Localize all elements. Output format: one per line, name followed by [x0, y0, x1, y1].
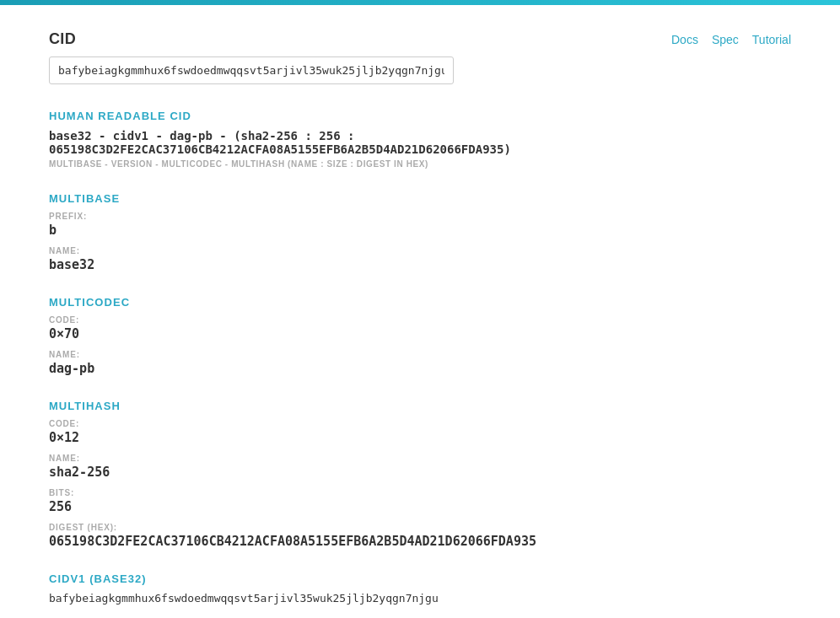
human-readable-section: HUMAN READABLE CID base32 - cidv1 - dag-… — [49, 110, 791, 169]
cid-title: CID — [49, 30, 76, 48]
human-readable-line: base32 - cidv1 - dag-pb - (sha2-256 : 25… — [49, 129, 791, 156]
docs-link[interactable]: Docs — [671, 33, 698, 46]
multibase-heading: MULTIBASE — [49, 192, 791, 205]
multihash-heading: MULTIHASH — [49, 400, 791, 412]
multihash-name-label: NAME: — [49, 454, 791, 463]
spec-link[interactable]: Spec — [712, 33, 739, 46]
multicodec-name-field: NAME: dag-pb — [49, 350, 791, 376]
tutorial-link[interactable]: Tutorial — [752, 33, 791, 46]
multicodec-code-field: CODE: 0×70 — [49, 315, 791, 341]
multicodec-section: MULTICODEC CODE: 0×70 NAME: dag-pb — [49, 296, 791, 376]
cidv1-heading: CIDV1 (BASE32) — [49, 572, 791, 585]
cidv1-value: bafybeiagkgmmhux6fswdoedmwqqsvt5arjivl35… — [49, 592, 791, 605]
multihash-digest-value: 065198C3D2FE2CAC37106CB4212ACFA08A5155EF… — [49, 534, 791, 549]
multihash-digest-label: DIGEST (HEX): — [49, 523, 791, 532]
multicodec-heading: MULTICODEC — [49, 296, 791, 309]
multihash-digest-field: DIGEST (HEX): 065198C3D2FE2CAC37106CB421… — [49, 523, 791, 549]
multicodec-name-value: dag-pb — [49, 361, 791, 376]
multibase-prefix-value: b — [49, 223, 791, 238]
multicodec-name-label: NAME: — [49, 350, 791, 359]
multihash-code-field: CODE: 0×12 — [49, 419, 791, 445]
cidv1-section: CIDV1 (BASE32) bafybeiagkgmmhux6fswdoedm… — [49, 572, 791, 605]
main-container: CID Docs Spec Tutorial HUMAN READABLE CI… — [15, 5, 825, 618]
multihash-name-field: NAME: sha2-256 — [49, 454, 791, 480]
multihash-bits-label: BITS: — [49, 488, 791, 497]
human-readable-sub: MULTIBASE - VERSION - MULTICODEC - MULTI… — [49, 159, 791, 169]
cid-header: CID Docs Spec Tutorial — [49, 30, 791, 48]
human-readable-heading: HUMAN READABLE CID — [49, 110, 791, 122]
multihash-section: MULTIHASH CODE: 0×12 NAME: sha2-256 BITS… — [49, 400, 791, 549]
cid-input[interactable] — [49, 56, 454, 84]
multihash-bits-field: BITS: 256 — [49, 488, 791, 514]
multibase-name-value: base32 — [49, 257, 791, 272]
multibase-name-field: NAME: base32 — [49, 246, 791, 272]
multihash-name-value: sha2-256 — [49, 465, 791, 480]
multibase-prefix-label: PREFIX: — [49, 212, 791, 221]
multicodec-code-label: CODE: — [49, 315, 791, 325]
multibase-section: MULTIBASE PREFIX: b NAME: base32 — [49, 192, 791, 272]
multihash-code-value: 0×12 — [49, 430, 791, 445]
multibase-prefix-field: PREFIX: b — [49, 212, 791, 238]
multicodec-code-value: 0×70 — [49, 326, 791, 341]
multibase-name-label: NAME: — [49, 246, 791, 255]
nav-links: Docs Spec Tutorial — [671, 33, 791, 46]
multihash-code-label: CODE: — [49, 419, 791, 428]
multihash-bits-value: 256 — [49, 499, 791, 514]
